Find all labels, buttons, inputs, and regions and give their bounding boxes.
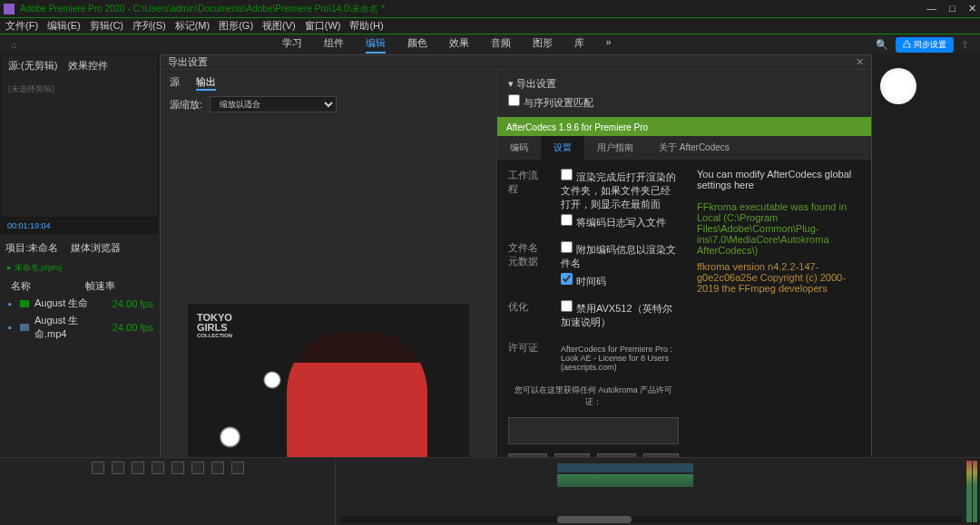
license-label: 许可证 <box>508 341 546 375</box>
license-note: 您可以在这里获得任何 Autokroma 产品许可证： <box>508 384 679 408</box>
bin-icon: ▪ <box>5 298 15 309</box>
menu-window[interactable]: 窗口(W) <box>305 19 341 33</box>
ws-color[interactable]: 颜色 <box>407 36 427 53</box>
item-name: August 生命.mp4 <box>34 314 107 341</box>
home-icon[interactable]: ⌂ <box>11 39 17 50</box>
ws-assembly[interactable]: 组件 <box>324 36 344 53</box>
source-scale-select[interactable]: 缩放以适合 <box>210 96 337 112</box>
license-info: AfterCodecs for Premiere Pro : Look AE -… <box>561 345 679 372</box>
col-name[interactable]: 名称 <box>11 279 31 293</box>
source-panel-tabs: 源:(无剪辑) 效果控件 <box>1 55 158 76</box>
menu-view[interactable]: 视图(V) <box>262 19 296 33</box>
menu-file[interactable]: 文件(F) <box>5 19 38 33</box>
tool-icon[interactable] <box>231 462 244 474</box>
clip-icon <box>20 324 29 331</box>
preview-logo: TOKYO GIRLS COLLECTION <box>197 313 232 338</box>
timeline-scrollbar[interactable] <box>339 516 962 523</box>
tab-output[interactable]: 输出 <box>196 75 216 91</box>
item-name: August 生命 <box>34 297 107 310</box>
write-log-checkbox[interactable] <box>561 214 573 226</box>
aftercodecs-title: AfterCodecs 1.9.6 for Premiere Pro <box>497 119 871 136</box>
filename-label: 文件名 元数据 <box>508 241 546 291</box>
cloud-sync-button[interactable]: 凸 同步设置 <box>896 37 954 53</box>
tab-project[interactable]: 项目:未命名 <box>5 241 58 255</box>
match-sequence-checkbox[interactable] <box>508 94 520 106</box>
menu-marker[interactable]: 标记(M) <box>175 19 211 33</box>
window-title: Adobe Premiere Pro 2020 - C:\Users\admin… <box>20 3 926 15</box>
dialog-title: 导出设置 <box>168 55 208 69</box>
tool-icon[interactable] <box>191 462 204 474</box>
item-rate: 24.00 fps <box>113 298 153 309</box>
dialog-close-icon[interactable]: ✕ <box>856 56 864 68</box>
append-info-checkbox[interactable] <box>561 241 573 253</box>
audio-track-clip[interactable] <box>557 474 693 487</box>
col-framerate[interactable]: 帧速率 <box>85 279 115 293</box>
tab-effect-controls[interactable]: 效果控件 <box>68 59 108 73</box>
tool-icon[interactable] <box>172 462 184 474</box>
project-row[interactable]: ▪ August 生命.mp4 24.00 fps <box>4 312 155 343</box>
open-folder-checkbox[interactable] <box>561 169 573 180</box>
search-icon[interactable]: 🔍 <box>876 39 888 51</box>
timeline-tools <box>0 458 335 478</box>
disable-avx512-checkbox[interactable] <box>561 300 573 312</box>
menu-sequence[interactable]: 序列(S) <box>132 19 166 33</box>
share-icon[interactable]: ⇪ <box>961 39 969 51</box>
tool-icon[interactable] <box>211 462 224 474</box>
ws-editing[interactable]: 编辑 <box>366 36 386 53</box>
close-icon[interactable]: ✕ <box>968 3 976 15</box>
app-icon <box>4 4 15 15</box>
ac-tab-guide[interactable]: 用户指南 <box>584 136 646 160</box>
timecode-checkbox[interactable] <box>561 273 573 285</box>
ac-tab-settings[interactable]: 设置 <box>541 136 584 160</box>
bokeh-circle <box>880 68 916 104</box>
ws-effects[interactable]: 效果 <box>449 36 469 53</box>
source-scale-label: 源缩放: <box>170 98 202 112</box>
audio-meters <box>965 460 978 523</box>
ac-tab-encode[interactable]: 编码 <box>497 136 541 160</box>
tab-media-browser[interactable]: 媒体浏览器 <box>71 241 121 255</box>
tool-icon[interactable] <box>152 462 164 474</box>
optimize-label: 优化 <box>508 300 546 332</box>
export-settings-dialog: 导出设置 ✕ 源 输出 源缩放: 缩放以适合 TOKYO GIRLS COLLE… <box>160 54 872 490</box>
titlebar: Adobe Premiere Pro 2020 - C:\Users\admin… <box>0 0 980 18</box>
no-clip-label: (未选择剪辑) <box>1 76 158 102</box>
license-input[interactable] <box>508 417 679 444</box>
timecode-display: 00:01:19:04 <box>0 218 159 234</box>
workspace-bar: ⌂ 学习 组件 编辑 颜色 效果 音频 图形 库 » 🔍 凸 同步设置 ⇪ <box>0 34 980 54</box>
sequence-icon <box>20 300 29 307</box>
ws-libraries[interactable]: 库 <box>574 36 584 53</box>
menu-clip[interactable]: 剪辑(C) <box>90 19 123 33</box>
match-sequence-label: 与序列设置匹配 <box>524 97 593 108</box>
menu-edit[interactable]: 编辑(E) <box>47 19 81 33</box>
video-track-clip[interactable] <box>557 463 693 472</box>
menu-help[interactable]: 帮助(H) <box>349 19 383 33</box>
menu-graphics[interactable]: 图形(G) <box>219 19 253 33</box>
ws-audio[interactable]: 音频 <box>491 36 511 53</box>
tool-icon[interactable] <box>132 462 144 474</box>
maximize-icon[interactable]: □ <box>949 3 956 15</box>
item-rate: 24.00 fps <box>113 322 153 333</box>
tool-icon[interactable] <box>112 462 124 474</box>
project-row[interactable]: ▪ August 生命 24.00 fps <box>4 295 155 312</box>
ws-graphics[interactable]: 图形 <box>533 36 553 53</box>
ac-tab-about[interactable]: 关于 AfterCodecs <box>646 136 742 160</box>
menubar: 文件(F) 编辑(E) 剪辑(C) 序列(S) 标记(M) 图形(G) 视图(V… <box>0 18 980 34</box>
tab-source[interactable]: 源:(无剪辑) <box>8 59 57 73</box>
scrollbar-thumb[interactable] <box>557 516 632 523</box>
workflow-label: 工作流程 <box>508 169 546 232</box>
bin-icon: ▪ <box>5 322 15 333</box>
tab-source[interactable]: 源 <box>170 75 180 91</box>
tool-icon[interactable] <box>92 462 104 474</box>
ws-overflow-icon[interactable]: » <box>606 36 612 53</box>
export-settings-header[interactable]: ▾ 导出设置 <box>508 77 860 91</box>
timeline-panel <box>0 457 980 525</box>
project-breadcrumb: ▸ 未命名.prproj <box>4 258 155 277</box>
ws-learn[interactable]: 学习 <box>282 36 302 53</box>
minimize-icon[interactable]: — <box>926 3 936 15</box>
